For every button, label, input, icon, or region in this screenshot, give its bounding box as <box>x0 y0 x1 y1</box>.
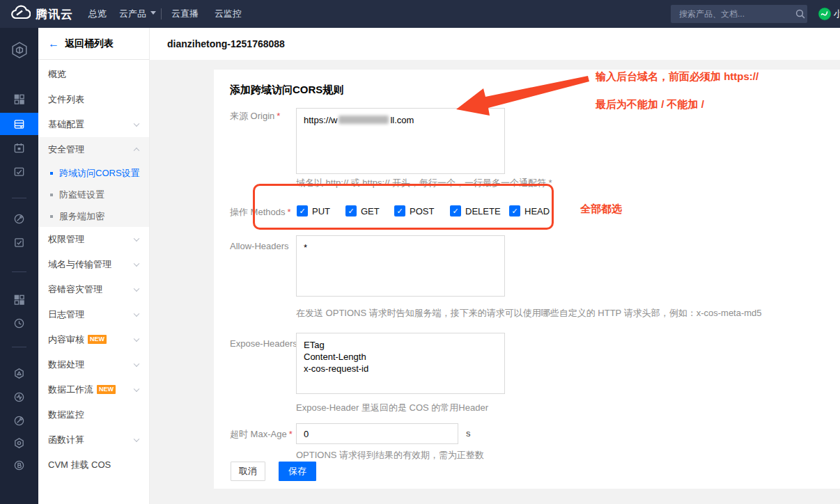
user-avatar[interactable] <box>818 7 832 21</box>
max-age-input[interactable] <box>296 423 458 444</box>
form-title: 添加跨域访问CORS规则 <box>230 84 343 97</box>
app-grid-icon[interactable] <box>0 288 38 310</box>
sidebar-item-server-encryption[interactable]: 服务端加密 <box>38 205 149 227</box>
sidebar-item-cors-settings[interactable]: 跨域访问CORS设置 <box>38 162 149 184</box>
scheduled-jobs-icon[interactable] <box>0 136 38 159</box>
chevron-down-icon <box>134 286 139 292</box>
redacted-domain-block <box>339 116 389 124</box>
sidebar-menu: 概览 文件列表 基础配置 安全管理 跨域访问CORS设置 防盗链设置 服务端加密… <box>38 60 149 478</box>
product-icon-rail <box>0 28 38 504</box>
service-discovery-icon[interactable] <box>0 207 38 230</box>
method-checkbox-put[interactable]: ✓PUT <box>297 205 330 216</box>
expose-headers-hint: Expose-Header 里返回的是 COS 的常用Header <box>296 402 488 414</box>
tencent-cloud-console: 腾讯云 总览 云产品 云直播 云监控 小 <box>0 0 840 504</box>
sidebar-item-cvm-mount[interactable]: CVM 挂载 COS <box>38 452 149 478</box>
origin-textarea[interactable]: https://wll.com <box>296 108 505 174</box>
chevron-down-icon <box>134 261 139 267</box>
brand-name: 腾讯云 <box>36 6 73 22</box>
chevron-down-icon <box>134 336 139 342</box>
chevron-down-icon <box>134 236 139 242</box>
sidebar-item-domain-transfer[interactable]: 域名与传输管理 <box>38 252 149 277</box>
expose-headers-label: Expose-Headers <box>230 338 297 349</box>
sidebar-item-log-mgmt[interactable]: 日志管理 <box>38 302 149 327</box>
sidebar-item-data-processing[interactable]: 数据处理 <box>38 352 149 377</box>
caret-down-icon <box>150 11 156 17</box>
chevron-down-icon <box>134 386 139 392</box>
allow-headers-textarea[interactable]: * <box>296 235 505 297</box>
back-to-bucket-list[interactable]: ← 返回桶列表 <box>38 28 149 60</box>
sidebar-item-fault-tolerance[interactable]: 容错容灾管理 <box>38 277 149 302</box>
back-arrow-icon: ← <box>48 38 59 50</box>
required-mark: * <box>277 111 280 121</box>
allow-headers-label: Allow-Headers <box>230 241 289 251</box>
global-search <box>671 5 807 23</box>
max-age-hint: OPTIONS 请求得到结果的有效期，需为正整数 <box>296 449 484 462</box>
nav-overview[interactable]: 总览 <box>88 0 107 28</box>
search-input[interactable] <box>671 9 793 19</box>
required-mark: * <box>287 207 290 217</box>
checkbox-checked-icon: ✓ <box>345 205 357 216</box>
user-name[interactable]: 小 <box>834 0 840 28</box>
chevron-down-icon <box>134 361 139 367</box>
sidebar-item-data-monitor[interactable]: 数据监控 <box>38 402 149 427</box>
sidebar-item-data-workflow[interactable]: 数据工作流NEW <box>38 377 149 402</box>
rail-separator <box>12 347 26 347</box>
chevron-up-icon <box>134 148 139 153</box>
nav-cloud-live[interactable]: 云直播 <box>171 0 199 28</box>
cancel-button[interactable]: 取消 <box>231 462 265 481</box>
checkbox-checked-icon: ✓ <box>509 205 520 216</box>
resource-package-icon[interactable] <box>0 432 38 454</box>
billing-icon[interactable] <box>0 454 38 476</box>
checkbox-checked-icon: ✓ <box>297 205 308 216</box>
origin-value-suffix: ll.com <box>390 115 414 125</box>
method-checkbox-delete[interactable]: ✓DELETE <box>450 205 501 216</box>
search-icon[interactable] <box>793 9 807 19</box>
chevron-down-icon <box>134 311 139 317</box>
method-checkbox-head[interactable]: ✓HEAD <box>509 205 550 216</box>
sidebar-item-hotlink-protection[interactable]: 防盗链设置 <box>38 184 149 205</box>
sidebar-item-scf[interactable]: 函数计算 <box>38 427 149 452</box>
dashboard-icon[interactable] <box>0 88 38 110</box>
sidebar-item-overview[interactable]: 概览 <box>38 62 149 87</box>
sidebar-item-security-mgmt[interactable]: 安全管理 <box>38 137 149 162</box>
annotation-select-all: 全部都选 <box>580 203 622 216</box>
task-list-icon[interactable] <box>0 231 38 253</box>
sidebar-group-security: 安全管理 跨域访问CORS设置 防盗链设置 服务端加密 <box>38 137 149 227</box>
cors-rule-form-card: 添加跨域访问CORS规则 来源 Origin* https://wll.com … <box>214 70 840 489</box>
cos-product-logo-icon[interactable] <box>0 38 38 63</box>
sidebar-item-content-review[interactable]: 内容审核NEW <box>38 327 149 352</box>
chevron-down-icon <box>134 121 139 127</box>
method-checkbox-post[interactable]: ✓POST <box>394 205 434 216</box>
brand[interactable]: 腾讯云 <box>10 0 73 28</box>
checkbox-checked-icon: ✓ <box>450 205 461 216</box>
nav-cloud-monitor[interactable]: 云监控 <box>215 0 242 28</box>
max-age-label: 超时 Max-Age* <box>230 428 293 441</box>
new-badge: NEW <box>97 385 116 394</box>
security-shield-icon[interactable] <box>0 362 38 384</box>
sidebar-item-basic-config[interactable]: 基础配置 <box>38 112 149 137</box>
bucket-storage-icon[interactable] <box>0 113 38 135</box>
save-button[interactable]: 保存 <box>279 462 316 481</box>
origin-label: 来源 Origin* <box>230 110 280 123</box>
origin-hint: 域名以 http:// 或 https:// 开头，每行一个，一行最多一个通配符… <box>296 177 552 189</box>
nav-divider <box>161 8 162 19</box>
method-checkbox-get[interactable]: ✓GET <box>345 205 380 216</box>
methods-label: 操作 Methods* <box>230 206 291 219</box>
allow-headers-hint: 在发送 OPTIONS 请求时告知服务端，接下来的请求可以使用哪些自定义的 HT… <box>296 307 762 320</box>
nav-cloud-products[interactable]: 云产品 <box>119 0 156 28</box>
required-mark: * <box>289 429 293 439</box>
expose-headers-textarea[interactable]: ETag Content-Length x-cos-request-id <box>296 333 505 394</box>
monitor-pulse-icon[interactable] <box>0 386 38 408</box>
tencent-cloud-logo-icon <box>10 5 31 23</box>
annotation-note-line1: 输入后台域名，前面必须加 https:// <box>596 70 759 84</box>
sidebar-item-file-list[interactable]: 文件列表 <box>38 87 149 112</box>
chevron-down-icon <box>134 436 139 442</box>
checkbox-checked-icon: ✓ <box>394 205 405 216</box>
origin-value-prefix: https://w <box>304 115 337 125</box>
rail-separator <box>12 198 26 198</box>
sidebar-item-permission-mgmt[interactable]: 权限管理 <box>38 227 149 252</box>
global-service-icon[interactable] <box>0 409 38 432</box>
history-icon[interactable] <box>0 312 38 334</box>
media-review-icon[interactable] <box>0 160 38 182</box>
max-age-unit: s <box>466 428 471 439</box>
